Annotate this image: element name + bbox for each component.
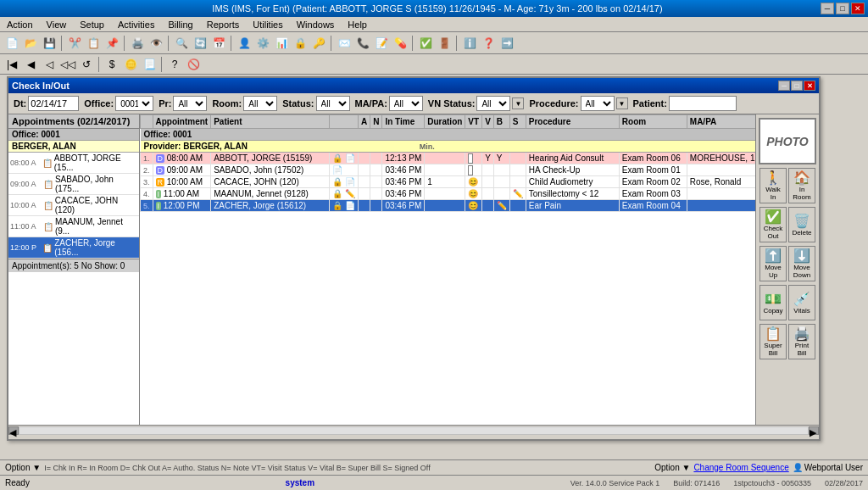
cell-patient-2: SABADO, John (17502) bbox=[211, 164, 330, 176]
filter-room-select[interactable]: All bbox=[243, 96, 277, 111]
filter-vn-select[interactable]: All bbox=[476, 96, 510, 111]
cut-btn[interactable]: ✂️ bbox=[66, 35, 83, 52]
left-appt-row-2[interactable]: 09:00 A 📋 SABADO, John (175... bbox=[8, 174, 139, 195]
question-btn[interactable]: ? bbox=[166, 56, 183, 73]
new-btn[interactable]: 📄 bbox=[3, 35, 20, 52]
filter-pr-select[interactable]: All bbox=[173, 96, 207, 111]
rx-btn[interactable]: 💊 bbox=[392, 35, 409, 52]
checkout-btn[interactable]: 🚪 bbox=[436, 35, 453, 52]
note-btn[interactable]: 📝 bbox=[373, 35, 390, 52]
left-appt-row-4[interactable]: 11:00 A 📋 MAANUM, Jennet (9... bbox=[8, 216, 139, 237]
table-row[interactable]: 2. D 09:00 AM SABADO, John (17502) 📄 03:… bbox=[141, 164, 756, 176]
minimize-button[interactable]: ─ bbox=[821, 3, 834, 14]
close-button[interactable]: ✕ bbox=[851, 3, 865, 14]
movedown-button[interactable]: ⬇️ MoveDown bbox=[788, 246, 815, 281]
copay-button[interactable]: 💵 Copay bbox=[760, 285, 787, 320]
help-btn[interactable]: ❓ bbox=[480, 35, 497, 52]
copy-btn[interactable]: 📋 bbox=[85, 35, 102, 52]
cell-n-5 bbox=[370, 200, 382, 212]
right-panel[interactable]: Appointment Patient A N In Time Duration… bbox=[140, 114, 755, 425]
paste-btn[interactable]: 📌 bbox=[103, 35, 120, 52]
left-appt-row-5[interactable]: 12:00 P 📋 ZACHER, Jorge (156... bbox=[8, 237, 139, 259]
preview-btn[interactable]: 👁️ bbox=[147, 35, 164, 52]
menu-setup[interactable]: Setup bbox=[76, 19, 108, 31]
printbill-button[interactable]: 🖨️ PrintBill bbox=[788, 324, 815, 359]
calendar-btn[interactable]: 📅 bbox=[210, 35, 227, 52]
cell-appt-3: R 10:00 AM bbox=[153, 176, 211, 188]
filter-status-group: Status: All bbox=[282, 96, 349, 111]
refresh2-btn[interactable]: ↺ bbox=[78, 56, 95, 73]
menu-help[interactable]: Help bbox=[344, 19, 370, 31]
mail-btn[interactable]: ✉️ bbox=[336, 35, 353, 52]
table-row[interactable]: 5. I 12:00 PM ZACHER, Jorge (15612) 🔒 📄 … bbox=[141, 200, 756, 212]
checkin-btn[interactable]: ✅ bbox=[417, 35, 434, 52]
first-btn[interactable]: |◀ bbox=[3, 56, 20, 73]
checkin-close[interactable]: ✕ bbox=[804, 81, 815, 91]
user-btn[interactable]: 👤 bbox=[236, 35, 253, 52]
scroll-right-btn[interactable]: ▶ bbox=[809, 426, 819, 435]
menu-billing[interactable]: Billing bbox=[164, 19, 196, 31]
key-btn[interactable]: 🔑 bbox=[310, 35, 327, 52]
filter-mapa-select[interactable]: All bbox=[389, 96, 423, 111]
prev-btn[interactable]: ◀ bbox=[22, 56, 39, 73]
change-room-link[interactable]: Change Room Sequence bbox=[693, 463, 788, 472]
superbill-button[interactable]: 📋 SuperBill bbox=[760, 324, 787, 359]
option-dropdown-2[interactable]: Option ▼ bbox=[654, 463, 690, 472]
open-btn[interactable]: 📂 bbox=[22, 35, 39, 52]
print-btn[interactable]: 🖨️ bbox=[129, 35, 146, 52]
menu-utilities[interactable]: Utilities bbox=[249, 19, 286, 31]
content-area: Appointments (02/14/2017) Office: 0001 B… bbox=[8, 114, 819, 425]
left-appt-row-1[interactable]: 08:00 A 📋 ABBOTT, JORGE (15... bbox=[8, 153, 139, 174]
filter-office-select[interactable]: 0001 bbox=[115, 96, 153, 111]
moveup-button[interactable]: ⬆️ MoveUp bbox=[760, 246, 787, 281]
filter-status-select[interactable]: All bbox=[316, 96, 350, 111]
table-row[interactable]: 4. I 11:00 AM MAANUM, Jennet (9128) 🔒 ✏️… bbox=[141, 188, 756, 200]
table-row[interactable]: 3. R 10:00 AM CACACE, JOHN (120) 🔒 📄 03:… bbox=[141, 176, 756, 188]
menu-reports[interactable]: Reports bbox=[203, 19, 243, 31]
filter-dt-input[interactable] bbox=[28, 96, 79, 111]
menu-activities[interactable]: Activities bbox=[114, 19, 158, 31]
proc-filter-btn[interactable]: ▼ bbox=[616, 97, 628, 109]
scrollbar-track[interactable] bbox=[19, 426, 809, 435]
doc-btn[interactable]: 📃 bbox=[141, 56, 158, 73]
scroll-left-btn[interactable]: ◀ bbox=[8, 426, 19, 435]
info-btn[interactable]: ℹ️ bbox=[461, 35, 478, 52]
appt-time-2: 09:00 A bbox=[10, 180, 42, 188]
filter-office-group: Office: 0001 bbox=[84, 96, 153, 111]
back-btn[interactable]: ◁ bbox=[41, 56, 58, 73]
checkin-minimize[interactable]: ─ bbox=[778, 81, 790, 91]
menu-action[interactable]: Action bbox=[3, 19, 36, 31]
cancel-btn[interactable]: 🚫 bbox=[185, 56, 202, 73]
coin-btn[interactable]: 🪙 bbox=[122, 56, 139, 73]
dollar-btn[interactable]: $ bbox=[103, 56, 120, 73]
refresh-btn[interactable]: 🔄 bbox=[192, 35, 209, 52]
phone-btn[interactable]: 📞 bbox=[354, 35, 371, 52]
cell-proc-5: Ear Pain bbox=[526, 200, 619, 212]
chart-btn[interactable]: 📊 bbox=[273, 35, 290, 52]
option-dropdown[interactable]: Option ▼ bbox=[5, 463, 41, 472]
walkin-button[interactable]: 🚶 WalkIn bbox=[760, 168, 787, 203]
checkout-button[interactable]: ✅ CheckOut bbox=[760, 207, 787, 242]
filter-patient-input[interactable] bbox=[669, 96, 737, 111]
cell-num-5: 5. bbox=[141, 200, 153, 212]
table-row[interactable]: 1. D 08:00 AM ABBOTT, JORGE (15159) 🔒 📄 … bbox=[141, 153, 756, 164]
filter-proc-select[interactable]: All bbox=[581, 96, 615, 111]
filter-mapa-label: MA/PA: bbox=[355, 98, 387, 109]
menu-windows[interactable]: Windows bbox=[293, 19, 338, 31]
back2-btn[interactable]: ◁◁ bbox=[59, 56, 76, 73]
settings-btn[interactable]: ⚙️ bbox=[254, 35, 271, 52]
find-btn[interactable]: 🔍 bbox=[173, 35, 190, 52]
cell-dur-2 bbox=[425, 164, 465, 176]
left-appt-row-3[interactable]: 10:00 A 📋 CACACE, JOHN (120) bbox=[8, 195, 139, 216]
save-btn[interactable]: 💾 bbox=[41, 35, 58, 52]
checkin-restore[interactable]: □ bbox=[791, 81, 803, 91]
delete-button[interactable]: 🗑️ Delete bbox=[788, 207, 815, 242]
vitals-button[interactable]: 💉 Vitals bbox=[788, 285, 815, 320]
lock-btn[interactable]: 🔒 bbox=[292, 35, 309, 52]
restore-button[interactable]: □ bbox=[836, 3, 849, 14]
menu-view[interactable]: View bbox=[43, 19, 70, 31]
vn-filter-btn[interactable]: ▼ bbox=[512, 97, 524, 109]
inroom-button[interactable]: 🏠 InRoom bbox=[788, 168, 815, 203]
appt-icon-4: 📋 bbox=[43, 222, 53, 231]
arrow-btn[interactable]: ➡️ bbox=[498, 35, 515, 52]
